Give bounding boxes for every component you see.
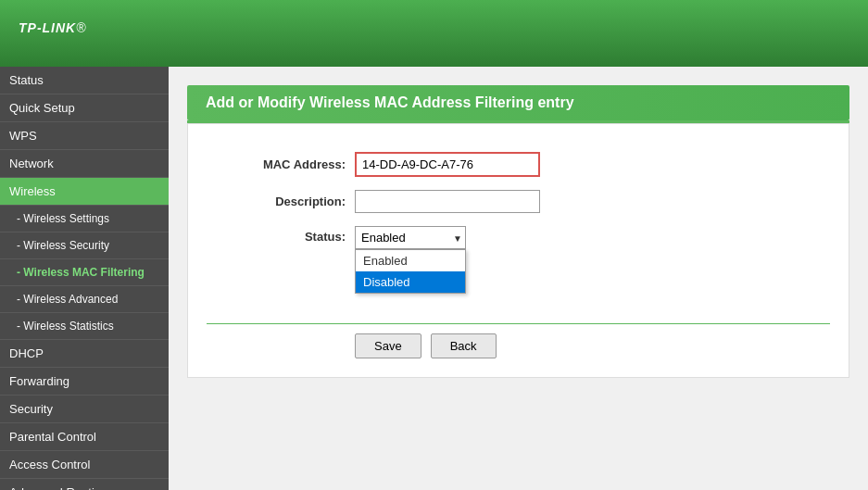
sidebar-item-wireless[interactable]: Wireless xyxy=(0,178,169,206)
sidebar-item-wireless-advanced[interactable]: - Wireless Advanced xyxy=(0,286,169,313)
save-button[interactable]: Save xyxy=(355,333,421,358)
status-label: Status: xyxy=(207,226,355,244)
sidebar-item-access-control[interactable]: Access Control xyxy=(0,451,169,479)
status-select[interactable]: Enabled Disabled xyxy=(355,226,466,249)
back-button[interactable]: Back xyxy=(431,333,497,358)
mac-input-wrap xyxy=(355,152,540,177)
description-input[interactable] xyxy=(355,190,540,213)
dropdown-open-list: Enabled Disabled xyxy=(355,249,466,294)
mac-address-row: MAC Address: xyxy=(207,152,830,177)
sidebar-item-network[interactable]: Network xyxy=(0,150,169,178)
sidebar-item-advanced-routing[interactable]: Advanced Routing xyxy=(0,479,169,490)
sidebar-item-status[interactable]: Status xyxy=(0,67,169,94)
sidebar-item-forwarding[interactable]: Forwarding xyxy=(0,368,169,396)
dropdown-option-enabled[interactable]: Enabled xyxy=(356,250,465,271)
sidebar-item-wireless-mac-filtering[interactable]: - Wireless MAC Filtering xyxy=(0,259,169,286)
logo-sup: ® xyxy=(76,20,86,35)
sidebar-item-wireless-security[interactable]: - Wireless Security xyxy=(0,232,169,259)
description-input-wrap xyxy=(355,190,540,213)
button-row: Save Back xyxy=(355,333,830,358)
status-row: Status: Enabled Disabled ▼ Enabled Disab… xyxy=(207,226,830,249)
main-layout: StatusQuick SetupWPSNetworkWireless- Wir… xyxy=(0,67,868,490)
mac-address-input[interactable] xyxy=(355,152,540,177)
mac-address-label: MAC Address: xyxy=(207,157,355,171)
dropdown-option-disabled[interactable]: Disabled xyxy=(356,271,465,293)
content-area: Add or Modify Wireless MAC Address Filte… xyxy=(169,67,868,490)
sidebar-item-wireless-statistics[interactable]: - Wireless Statistics xyxy=(0,313,169,340)
form-area: MAC Address: Description: Status: Enable… xyxy=(187,123,849,378)
form-divider xyxy=(207,323,830,324)
status-dropdown-wrap: Enabled Disabled ▼ Enabled Disabled xyxy=(355,226,466,249)
description-row: Description: xyxy=(207,190,830,213)
sidebar-item-wireless-settings[interactable]: - Wireless Settings xyxy=(0,206,169,232)
logo: TP-LINK® xyxy=(19,17,87,51)
sidebar-item-parental-control[interactable]: Parental Control xyxy=(0,423,169,451)
sidebar-item-security[interactable]: Security xyxy=(0,396,169,423)
logo-text: TP-LINK xyxy=(19,20,76,35)
header: TP-LINK® xyxy=(0,0,868,67)
page-title: Add or Modify Wireless MAC Address Filte… xyxy=(187,85,849,120)
sidebar-item-dhcp[interactable]: DHCP xyxy=(0,340,169,368)
sidebar: StatusQuick SetupWPSNetworkWireless- Wir… xyxy=(0,67,169,490)
sidebar-item-quick-setup[interactable]: Quick Setup xyxy=(0,94,169,122)
description-label: Description: xyxy=(207,195,355,208)
sidebar-item-wps[interactable]: WPS xyxy=(0,122,169,150)
